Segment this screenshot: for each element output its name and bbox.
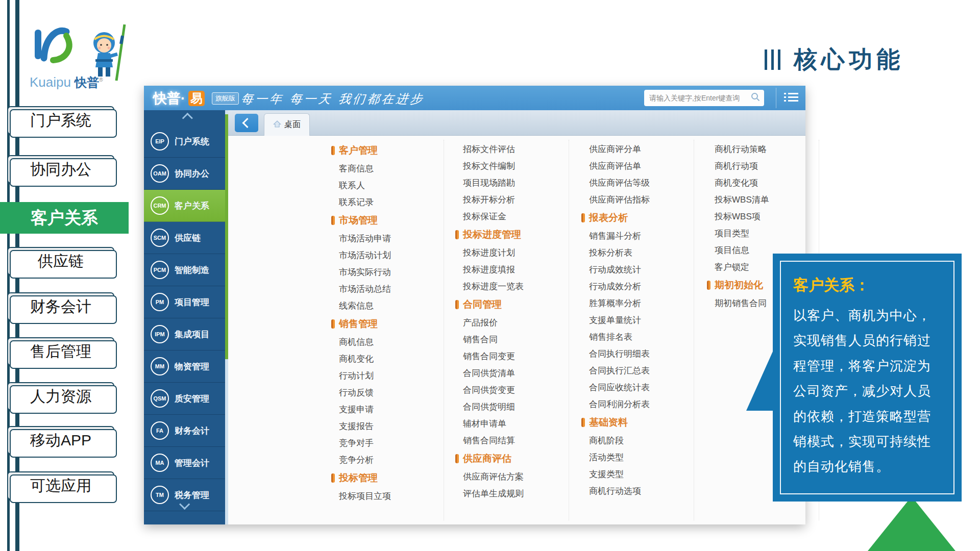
menu-item[interactable]: 投标进度计划 bbox=[455, 244, 573, 261]
menu-list-icon[interactable] bbox=[784, 93, 798, 103]
menu-item[interactable]: 投标WBS项 bbox=[707, 208, 824, 225]
back-button[interactable] bbox=[235, 114, 258, 132]
menu-item[interactable]: 市场活动计划 bbox=[331, 247, 449, 264]
nav-item-label: 物资管理 bbox=[175, 361, 209, 372]
menu-item[interactable]: 销售合同变更 bbox=[455, 348, 573, 365]
menu-section-header: 基础资料 bbox=[581, 413, 699, 432]
nav-item-qsm[interactable]: QSM质安管理 bbox=[144, 383, 228, 415]
menu-item[interactable]: 市场活动申请 bbox=[331, 230, 449, 247]
menu-item[interactable]: 商机行动策略 bbox=[707, 141, 824, 158]
sidebar-item-0[interactable]: 门户系统 bbox=[7, 106, 114, 135]
menu-item[interactable]: 投标保证金 bbox=[455, 208, 573, 225]
tab-desktop[interactable]: 桌面 bbox=[264, 113, 310, 136]
menu-item[interactable]: 商机信息 bbox=[331, 334, 449, 350]
menu-item[interactable]: 供应商评估等级 bbox=[581, 174, 699, 191]
menu-item[interactable]: 投标进度填报 bbox=[455, 261, 573, 278]
menu-item[interactable]: 商机行动选项 bbox=[581, 483, 699, 499]
nav-scroll-up-button[interactable] bbox=[144, 110, 228, 126]
menu-item[interactable]: 销售合同结算 bbox=[455, 432, 573, 449]
menu-section-header: 合同管理 bbox=[455, 295, 573, 314]
section-bullet-icon bbox=[581, 213, 585, 222]
menu-item[interactable]: 联系人 bbox=[331, 177, 449, 194]
menu-item[interactable]: 投标开标分析 bbox=[455, 191, 573, 208]
menu-section-header: 投标管理 bbox=[331, 468, 449, 488]
menu-item[interactable]: 项目现场踏勘 bbox=[455, 174, 573, 191]
search-icon[interactable] bbox=[751, 92, 760, 104]
menu-item[interactable]: 供应商评分单 bbox=[581, 141, 699, 158]
nav-item-crm[interactable]: CRM客户关系 bbox=[144, 190, 228, 222]
menu-item[interactable]: 供应商评估指标 bbox=[581, 191, 699, 208]
sidebar-item-6[interactable]: 人力资源 bbox=[7, 382, 114, 411]
nav-item-label: 管理会计 bbox=[175, 457, 209, 469]
nav-scroll-down-button[interactable] bbox=[144, 498, 228, 510]
menu-item[interactable]: 竞争对手 bbox=[331, 435, 449, 452]
search-input[interactable] bbox=[648, 93, 751, 103]
menu-item[interactable]: 投标文件编制 bbox=[455, 158, 573, 174]
menu-item[interactable]: 销售排名表 bbox=[581, 329, 699, 345]
menu-item[interactable]: 销售合同 bbox=[455, 331, 573, 348]
nav-item-oam[interactable]: OAM协同办公 bbox=[144, 158, 228, 190]
menu-item[interactable]: 投标进度一览表 bbox=[455, 278, 573, 295]
menu-item[interactable]: 项目类型 bbox=[707, 225, 824, 242]
menu-item[interactable]: 市场活动总结 bbox=[331, 281, 449, 297]
menu-item[interactable]: 合同供货清单 bbox=[455, 365, 573, 382]
callout-title: 客户关系： bbox=[793, 275, 941, 296]
menu-item[interactable]: 行动反馈 bbox=[331, 384, 449, 401]
menu-item[interactable]: 行动计划 bbox=[331, 367, 449, 384]
sidebar-item-3[interactable]: 供应链 bbox=[7, 247, 114, 276]
sidebar-item-7[interactable]: 移动APP bbox=[7, 426, 114, 455]
menu-item[interactable]: 胜算概率分析 bbox=[581, 295, 699, 312]
nav-item-scm[interactable]: SCM供应链 bbox=[144, 222, 228, 254]
menu-item[interactable]: 评估单生成规则 bbox=[455, 485, 573, 502]
section-title: 客户管理 bbox=[339, 141, 378, 160]
menu-item[interactable]: 辅材申请单 bbox=[455, 415, 573, 432]
menu-item[interactable]: 合同供货明细 bbox=[455, 398, 573, 415]
tab-bar: 桌面 bbox=[228, 110, 805, 136]
menu-section-header: 供应商评估 bbox=[455, 449, 573, 468]
nav-item-mm[interactable]: MM物资管理 bbox=[144, 350, 228, 383]
menu-item[interactable]: 支援类型 bbox=[581, 466, 699, 483]
menu-item[interactable]: 投标分析表 bbox=[581, 244, 699, 261]
menu-item[interactable]: 合同供货变更 bbox=[455, 382, 573, 398]
menu-item[interactable]: 支援单量统计 bbox=[581, 312, 699, 329]
menu-item[interactable]: 支援报告 bbox=[331, 418, 449, 435]
menu-item[interactable]: 合同利润分析表 bbox=[581, 396, 699, 413]
menu-item[interactable]: 客商信息 bbox=[331, 160, 449, 177]
nav-badge-icon: OAM bbox=[151, 164, 169, 183]
menu-item[interactable]: 合同执行汇总表 bbox=[581, 362, 699, 379]
menu-item[interactable]: 商机变化 bbox=[331, 350, 449, 367]
menu-item[interactable]: 支援申请 bbox=[331, 401, 449, 418]
menu-item[interactable]: 商机变化项 bbox=[707, 174, 824, 191]
menu-item[interactable]: 线索信息 bbox=[331, 297, 449, 314]
menu-item[interactable]: 商机阶段 bbox=[581, 432, 699, 449]
sidebar-item-5[interactable]: 售后管理 bbox=[7, 337, 114, 366]
menu-item[interactable]: 市场实际行动 bbox=[331, 264, 449, 281]
menu-item[interactable]: 投标WBS清单 bbox=[707, 191, 824, 208]
section-bullet-icon bbox=[331, 216, 335, 225]
menu-item[interactable]: 行动成效分析 bbox=[581, 278, 699, 295]
nav-item-ma[interactable]: MA管理会计 bbox=[144, 447, 228, 479]
sidebar-item-2[interactable]: 客户关系 bbox=[0, 202, 129, 234]
menu-item[interactable]: 联系记录 bbox=[331, 194, 449, 211]
nav-item-ipm[interactable]: IPM集成项目 bbox=[144, 318, 228, 350]
menu-item[interactable]: 活动类型 bbox=[581, 449, 699, 466]
menu-item[interactable]: 招标文件评估 bbox=[455, 141, 573, 158]
menu-item[interactable]: 投标项目立项 bbox=[331, 488, 449, 505]
menu-item[interactable]: 竞争分析 bbox=[331, 452, 449, 468]
nav-item-pcm[interactable]: PCM智能制造 bbox=[144, 254, 228, 286]
sidebar-item-4[interactable]: 财务会计 bbox=[7, 292, 114, 321]
chevron-up-icon bbox=[182, 112, 193, 123]
menu-item[interactable]: 销售漏斗分析 bbox=[581, 228, 699, 244]
menu-item[interactable]: 供应商评估方案 bbox=[455, 468, 573, 485]
menu-item[interactable]: 合同应收统计表 bbox=[581, 379, 699, 396]
menu-item[interactable]: 合同执行明细表 bbox=[581, 345, 699, 362]
menu-item[interactable]: 产品报价 bbox=[455, 314, 573, 331]
menu-item[interactable]: 行动成效统计 bbox=[581, 261, 699, 278]
sidebar-item-8[interactable]: 可选应用 bbox=[7, 471, 114, 500]
menu-item[interactable]: 供应商评估单 bbox=[581, 158, 699, 174]
sidebar-item-1[interactable]: 协同办公 bbox=[7, 155, 114, 184]
nav-item-pm[interactable]: PM项目管理 bbox=[144, 286, 228, 318]
nav-item-eip[interactable]: EIP门户系统 bbox=[144, 126, 228, 158]
nav-item-fa[interactable]: FA财务会计 bbox=[144, 415, 228, 447]
menu-item[interactable]: 商机行动项 bbox=[707, 158, 824, 174]
